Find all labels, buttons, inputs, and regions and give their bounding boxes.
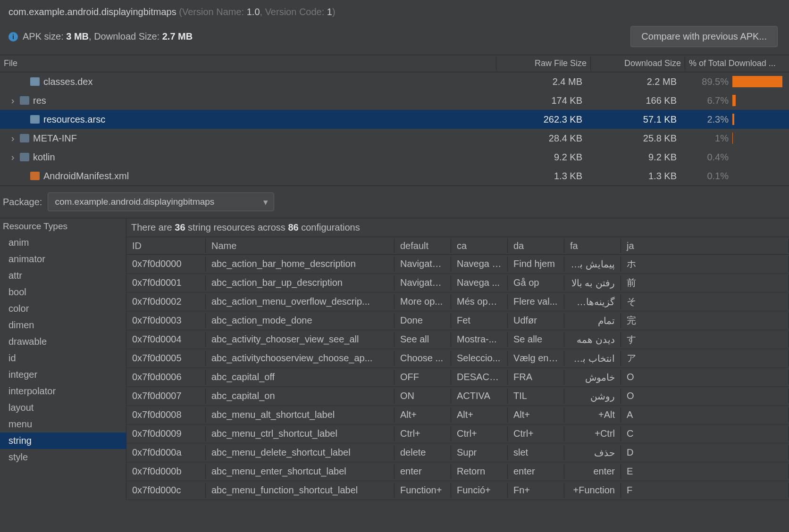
raw-size: 262.3 KB xyxy=(496,114,591,125)
chevron-right-icon[interactable]: › xyxy=(9,133,16,144)
col-fa[interactable]: fa xyxy=(564,239,621,253)
string-da: slet xyxy=(508,445,564,460)
resource-types-header: Resource Types xyxy=(0,218,126,234)
col-raw-size[interactable]: Raw File Size xyxy=(496,57,591,70)
file-row[interactable]: AndroidManifest.xml1.3 KB1.3 KB0.1% xyxy=(0,166,789,185)
string-row[interactable]: 0x7f0d000babc_menu_enter_shortcut_labele… xyxy=(126,462,789,481)
file-row[interactable]: ›kotlin9.2 KB9.2 KB0.4% xyxy=(0,148,789,166)
string-row[interactable]: 0x7f0d0007abc_capital_onONACTIVATILروشنO xyxy=(126,387,789,406)
string-ca: Ctrl+ xyxy=(451,426,508,441)
string-da: Ctrl+ xyxy=(508,426,564,441)
download-size: 1.3 KB xyxy=(591,171,685,182)
resource-type-item[interactable]: menu xyxy=(0,416,126,432)
string-row[interactable]: 0x7f0d0002abc_action_menu_overflow_descr… xyxy=(126,292,789,311)
pct-bar xyxy=(732,129,789,148)
string-row[interactable]: 0x7f0d0003abc_action_mode_doneDoneFetUdf… xyxy=(126,311,789,330)
col-ja[interactable]: ja xyxy=(621,239,789,253)
string-default: enter xyxy=(394,464,451,479)
pct-value: 89.5% xyxy=(685,76,732,87)
string-id: 0x7f0d0001 xyxy=(126,275,206,290)
string-row[interactable]: 0x7f0d0004abc_activity_chooser_view_see_… xyxy=(126,330,789,349)
string-name: abc_menu_delete_shortcut_label xyxy=(206,445,394,460)
col-id[interactable]: ID xyxy=(126,239,206,253)
string-row[interactable]: 0x7f0d0000abc_action_bar_home_descriptio… xyxy=(126,255,789,274)
pct-value: 0.1% xyxy=(685,171,732,182)
resource-type-item[interactable]: layout xyxy=(0,399,126,416)
xml-icon xyxy=(30,172,40,180)
raw-size: 28.4 KB xyxy=(496,133,591,144)
chevron-right-icon[interactable]: › xyxy=(9,95,16,106)
string-default: More op... xyxy=(394,294,451,309)
resource-type-item[interactable]: integer xyxy=(0,366,126,383)
col-file[interactable]: File xyxy=(0,57,496,70)
file-name: res xyxy=(33,95,46,106)
resource-type-item[interactable]: string xyxy=(0,432,126,449)
pct-bar xyxy=(732,110,789,129)
chevron-right-icon[interactable]: › xyxy=(9,152,16,163)
string-fa: دیدن همه xyxy=(564,332,621,347)
col-da[interactable]: da xyxy=(508,239,564,253)
resource-type-item[interactable]: id xyxy=(0,350,126,366)
pct-bar xyxy=(732,148,789,166)
string-name: abc_activity_chooser_view_see_all xyxy=(206,332,394,347)
string-da: Udfør xyxy=(508,313,564,328)
compare-apk-button[interactable]: Compare with previous APK... xyxy=(630,26,778,47)
resource-type-item[interactable]: bool xyxy=(0,284,126,300)
string-fa: روشن xyxy=(564,389,621,404)
string-ja: そ xyxy=(621,293,789,310)
resource-type-item[interactable]: style xyxy=(0,449,126,466)
string-ja: O xyxy=(621,370,789,384)
resources-summary: There are 36 string resources across 86 … xyxy=(126,218,789,237)
string-da: FRA xyxy=(508,370,564,384)
file-name: kotlin xyxy=(33,152,55,163)
file-row[interactable]: ›res174 KB166 KB6.7% xyxy=(0,91,789,110)
string-fa: تمام xyxy=(564,313,621,328)
file-name: resources.arsc xyxy=(43,114,105,125)
col-ca[interactable]: ca xyxy=(451,239,508,253)
string-name: abc_menu_enter_shortcut_label xyxy=(206,464,394,479)
string-id: 0x7f0d0004 xyxy=(126,332,206,347)
string-da: Se alle xyxy=(508,332,564,347)
resource-type-item[interactable]: interpolator xyxy=(0,383,126,399)
col-name[interactable]: Name xyxy=(206,239,394,253)
col-pct[interactable]: % of Total Download ... xyxy=(685,57,789,70)
resource-type-item[interactable]: attr xyxy=(0,267,126,284)
string-row[interactable]: 0x7f0d000aabc_menu_delete_shortcut_label… xyxy=(126,443,789,462)
file-row[interactable]: resources.arsc262.3 KB57.1 KB2.3% xyxy=(0,110,789,129)
string-ca: Més opci... xyxy=(451,294,508,309)
pct-value: 2.3% xyxy=(685,114,732,125)
string-da: Flere val... xyxy=(508,294,564,309)
string-id: 0x7f0d000c xyxy=(126,483,206,498)
resource-type-item[interactable]: color xyxy=(0,300,126,317)
pct-value: 6.7% xyxy=(685,95,732,106)
file-row[interactable]: classes.dex2.4 MB2.2 MB89.5% xyxy=(0,72,789,91)
resource-type-item[interactable]: animator xyxy=(0,251,126,267)
download-size: 25.8 KB xyxy=(591,133,685,144)
string-row[interactable]: 0x7f0d0006abc_capital_offOFFDESACTI...FR… xyxy=(126,368,789,387)
string-row[interactable]: 0x7f0d0001abc_action_bar_up_descriptionN… xyxy=(126,274,789,292)
resource-types-panel: Resource Types animanimatorattrboolcolor… xyxy=(0,218,126,500)
resource-type-item[interactable]: dimen xyxy=(0,317,126,333)
string-row[interactable]: 0x7f0d000cabc_menu_function_shortcut_lab… xyxy=(126,481,789,500)
resource-type-item[interactable]: anim xyxy=(0,234,126,251)
file-row[interactable]: ›META-INF28.4 KB25.8 KB1% xyxy=(0,129,789,148)
string-id: 0x7f0d0008 xyxy=(126,407,206,422)
string-ja: C xyxy=(621,426,789,441)
string-default: Function+ xyxy=(394,483,451,498)
string-ja: A xyxy=(621,407,789,422)
string-fa: گزینه‌های بی... xyxy=(564,294,621,309)
resource-type-item[interactable]: drawable xyxy=(0,333,126,350)
col-default[interactable]: default xyxy=(394,239,451,253)
string-ja: す xyxy=(621,331,789,348)
pct-bar xyxy=(732,72,789,91)
dex-icon xyxy=(30,77,40,86)
package-select[interactable]: com.example.android.displayingbitmaps xyxy=(48,192,274,211)
string-ja: ホ xyxy=(621,256,789,272)
string-row[interactable]: 0x7f0d0009abc_menu_ctrl_shortcut_labelCt… xyxy=(126,424,789,443)
string-row[interactable]: 0x7f0d0008abc_menu_alt_shortcut_labelAlt… xyxy=(126,406,789,424)
string-name: abc_activitychooserview_choose_ap... xyxy=(206,351,394,366)
string-id: 0x7f0d000a xyxy=(126,445,206,460)
string-row[interactable]: 0x7f0d0005abc_activitychooserview_choose… xyxy=(126,349,789,368)
folder-icon xyxy=(20,96,29,105)
col-download-size[interactable]: Download Size xyxy=(591,57,685,70)
